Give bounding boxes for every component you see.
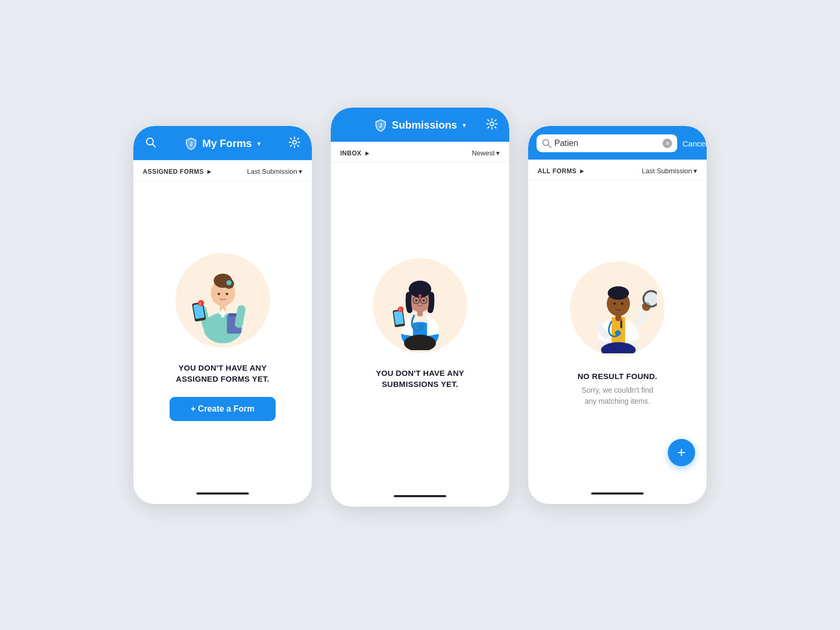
submissions-chevron[interactable]: ▾ [463, 121, 466, 129]
search-clear-button[interactable]: ✕ [663, 139, 672, 148]
svg-point-12 [217, 292, 220, 295]
svg-point-11 [226, 280, 232, 286]
home-indicator [196, 492, 249, 495]
svg-point-50 [621, 302, 624, 305]
nurse-illustration: ! [175, 253, 270, 348]
shield-icon: J [184, 137, 198, 151]
newest-sort[interactable]: Newest ▾ [472, 149, 500, 157]
gear-icon[interactable] [289, 136, 300, 151]
male-doctor-illustration [570, 261, 665, 356]
svg-point-17 [198, 300, 204, 307]
svg-point-35 [418, 323, 425, 330]
svg-point-53 [644, 291, 657, 306]
svg-text:J: J [190, 141, 193, 147]
screen-container: J My Forms ▾ ASSIGNED FORMS Last Submiss… [112, 102, 728, 528]
lastsubmission-sort-3[interactable]: Last Submission ▾ [642, 167, 697, 175]
search-icon-3 [542, 139, 551, 148]
submissions-empty-title: YOU DON'T HAVE ANY SUBMISSIONS YET. [376, 368, 464, 390]
myforms-title-group: J My Forms ▾ [184, 137, 260, 151]
doctor-svg: ! [381, 261, 459, 350]
no-result-title: NO RESULT FOUND. [578, 371, 657, 382]
home-indicator-2 [394, 495, 446, 497]
shield-icon-2: J [374, 119, 387, 132]
assigned-forms-label[interactable]: ASSIGNED FORMS [143, 168, 212, 175]
submissions-title: Submissions [392, 119, 457, 131]
svg-point-29 [415, 299, 417, 301]
svg-point-13 [225, 292, 228, 295]
search-icon[interactable] [145, 136, 156, 151]
submissions-gear-icon[interactable] [486, 118, 498, 132]
svg-point-23 [490, 122, 494, 126]
svg-point-39 [398, 306, 404, 312]
phone-submissions: J Submissions ▾ INBOX Newest ▾ [331, 108, 509, 507]
svg-text:!: ! [199, 301, 201, 306]
myforms-chevron[interactable]: ▾ [257, 140, 261, 148]
nurse-svg: ! [182, 254, 264, 346]
svg-point-51 [615, 330, 621, 335]
svg-point-34 [418, 294, 421, 297]
search-body: NO RESULT FOUND. Sorry, we couldn't find… [528, 181, 707, 487]
svg-line-1 [153, 144, 156, 148]
inbox-subheader: INBOX Newest ▾ [331, 142, 509, 163]
phone-search: ✕ Cancel ALL FORMS Last Submission ▾ [528, 126, 707, 504]
female-doctor-illustration: ! [373, 258, 467, 353]
assigned-empty-title: YOU DON'T HAVE ANY ASSIGNED FORMS YET. [176, 362, 269, 384]
search-bar: ✕ [537, 134, 677, 152]
allforms-label[interactable]: ALL FORMS [538, 167, 584, 175]
svg-rect-56 [621, 318, 623, 321]
inbox-label[interactable]: INBOX [340, 150, 369, 157]
search-header: ✕ Cancel [528, 126, 707, 160]
no-result-subtitle: Sorry, we couldn't find any matching ite… [582, 385, 653, 407]
create-form-button[interactable]: + Create a Form [170, 397, 275, 421]
assigned-forms-subheader: ASSIGNED FORMS Last Submission ▾ [133, 160, 312, 181]
home-indicator-3 [591, 492, 644, 495]
svg-point-30 [423, 299, 425, 301]
submissions-header: J Submissions ▾ [331, 108, 509, 142]
svg-rect-21 [219, 312, 226, 315]
phone-myforms: J My Forms ▾ ASSIGNED FORMS Last Submiss… [133, 126, 312, 504]
fab-add-button[interactable]: + [668, 439, 695, 466]
svg-point-49 [613, 302, 616, 305]
submissions-body: ! YOU DON'T HAVE ANY SUBMISSIONS YET. [331, 163, 509, 490]
svg-line-42 [548, 145, 551, 148]
myforms-title: My Forms [202, 138, 251, 150]
myforms-body: ! YOU DON'T HAVE ANY ASSIGNED FORMS YET.… [133, 181, 312, 487]
cancel-button[interactable]: Cancel [682, 139, 707, 148]
allforms-subheader: ALL FORMS Last Submission ▾ [528, 160, 707, 181]
svg-text:J: J [379, 123, 382, 129]
svg-point-3 [293, 141, 297, 144]
last-submission-sort[interactable]: Last Submission ▾ [247, 167, 302, 175]
myforms-header: J My Forms ▾ [133, 126, 312, 160]
svg-point-48 [608, 286, 629, 300]
svg-text:!: ! [400, 308, 401, 312]
submissions-title-group: J Submissions ▾ [374, 119, 466, 132]
male-doctor-svg [578, 264, 657, 353]
search-input[interactable] [554, 139, 659, 148]
